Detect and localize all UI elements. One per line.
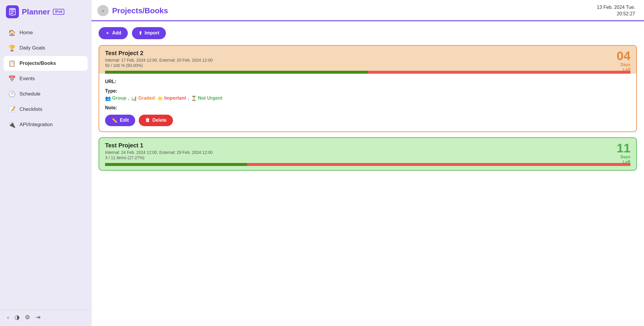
project-card-1: 11 DaysLeft Test Project 1 Internal: 24 …: [99, 137, 637, 171]
project-internal-date-1: Internal: 24 Feb. 2024 12:00: [105, 150, 157, 155]
url-field: URL:: [105, 79, 630, 84]
events-icon: 📅: [8, 75, 15, 82]
back-button[interactable]: ‹: [97, 5, 109, 16]
ipv6-badge: IPv6: [53, 9, 64, 15]
note-field: Note:: [105, 105, 630, 111]
edit-button[interactable]: ✏️ Edit: [105, 115, 135, 126]
api-icon: 🔌: [8, 121, 15, 128]
home-icon: 🏠: [8, 29, 15, 36]
progress-bar-fill-2: [105, 71, 368, 74]
project-external-date-1: External: 29 Feb. 2024 12:00: [159, 150, 213, 155]
comma-2: ,: [188, 96, 189, 101]
project-card-2: 04 DaysLeft Test Project 2 Internal: 17 …: [99, 45, 637, 132]
edit-icon: ✏️: [112, 118, 117, 123]
projects-icon: 📋: [8, 60, 15, 67]
group-label: Group: [112, 96, 126, 101]
sidebar-item-home[interactable]: 🏠 Home: [4, 25, 88, 40]
schedule-icon: 🕐: [8, 90, 15, 98]
card-actions: ✏️ Edit 🗑 Delete: [105, 115, 630, 126]
sidebar-item-events[interactable]: 📅 Events: [4, 71, 88, 86]
logo-area: Planner IPv6: [0, 5, 91, 25]
add-label: Add: [112, 30, 121, 36]
logout-icon[interactable]: ⇥: [35, 314, 40, 321]
progress-bar-container-1: [105, 163, 630, 166]
days-number-1: 11: [617, 142, 630, 154]
sidebar-item-schedule[interactable]: 🕐 Schedule: [4, 87, 88, 101]
delete-icon: 🗑: [145, 118, 150, 123]
contrast-icon[interactable]: ◑: [14, 314, 19, 321]
project-dates-2: Internal: 17 Feb. 2024 12:00, External: …: [105, 58, 630, 62]
sidebar-item-checklists-label: Checklists: [19, 106, 42, 112]
delete-label: Delete: [152, 118, 166, 123]
app-name: Planner: [22, 7, 50, 17]
collapse-icon[interactable]: ‹: [7, 314, 9, 321]
comma-1: ,: [128, 96, 129, 101]
sidebar-item-daily-goals-label: Daily Goals: [19, 45, 45, 51]
tag-not-urgent: ⏳ Not Urgent: [191, 96, 223, 101]
progress-bar-container-2: [105, 71, 630, 74]
delete-button[interactable]: 🗑 Delete: [139, 115, 173, 126]
not-urgent-icon: ⏳: [191, 96, 197, 101]
import-icon: ⬆: [138, 30, 142, 36]
group-icon: 👥: [105, 96, 111, 101]
tag-important: ⭐ Important: [157, 96, 186, 101]
page-title: Projects/Books: [112, 6, 168, 15]
days-number-2: 04: [617, 50, 630, 62]
progress-bar-fill-1: [105, 163, 247, 166]
url-label: URL:: [105, 79, 116, 84]
project-card-1-header: 11 DaysLeft Test Project 1 Internal: 24 …: [99, 138, 636, 170]
project-title-2: Test Project 2: [105, 50, 630, 57]
sidebar-item-events-label: Events: [19, 76, 35, 82]
nav-menu: 🏠 Home 🏆 Daily Goals 📋 Projects/Books 📅 …: [0, 25, 91, 307]
import-button[interactable]: ⬆ Import: [132, 27, 166, 39]
tag-graded: 📊 Graded: [131, 96, 155, 101]
sidebar-item-schedule-label: Schedule: [19, 91, 40, 97]
sidebar-item-checklists[interactable]: 📝 Checklists: [4, 102, 88, 117]
project-title-1: Test Project 1: [105, 142, 630, 149]
project-card-2-body: URL: Type: 👥 Group , 📊 Graded: [99, 74, 636, 131]
note-label: Note:: [105, 105, 117, 110]
toolbar: ＋ Add ⬆ Import: [99, 27, 637, 39]
add-button[interactable]: ＋ Add: [99, 27, 128, 39]
sidebar-item-home-label: Home: [19, 30, 33, 36]
important-icon: ⭐: [157, 96, 163, 101]
graded-label: Graded: [138, 96, 155, 101]
settings-icon[interactable]: ⚙: [25, 314, 30, 321]
type-field: Type: 👥 Group , 📊 Graded ⭐: [105, 88, 630, 101]
type-tags: 👥 Group , 📊 Graded ⭐ Important: [105, 96, 630, 101]
import-label: Import: [145, 30, 159, 36]
header-datetime: 13 Feb. 2024 Tue. 20:52:27: [597, 4, 635, 17]
sidebar-item-projects-books-label: Projects/Books: [19, 60, 56, 66]
type-label: Type:: [105, 88, 117, 93]
project-card-2-days-left: 04 DaysLeft: [617, 50, 630, 72]
logo-icon: [6, 5, 19, 18]
page-header: ‹ Projects/Books 13 Feb. 2024 Tue. 20:52…: [91, 0, 644, 21]
checklists-icon: 📝: [8, 106, 15, 113]
trophy-icon: 🏆: [8, 45, 15, 52]
graded-icon: 📊: [131, 96, 137, 101]
add-icon: ＋: [105, 30, 110, 36]
sidebar: Planner IPv6 🏠 Home 🏆 Daily Goals 📋 Proj…: [0, 0, 91, 326]
edit-label: Edit: [120, 118, 129, 123]
project-progress-text-2: 50 / 100 % (50.00%): [105, 63, 630, 68]
header-time: 20:52:27: [597, 11, 635, 17]
project-internal-date-2: Internal: 17 Feb. 2024 12:00: [105, 58, 157, 62]
header-date: 13 Feb. 2024 Tue.: [597, 4, 635, 11]
project-card-2-header: 04 DaysLeft Test Project 2 Internal: 17 …: [99, 46, 636, 74]
project-card-1-days-left: 11 DaysLeft: [617, 142, 630, 164]
important-label: Important: [164, 96, 186, 101]
sidebar-bottom: ‹ ◑ ⚙ ⇥: [0, 310, 91, 321]
project-dates-1: Internal: 24 Feb. 2024 12:00, External: …: [105, 150, 630, 155]
sidebar-item-api-label: API/Integration: [19, 122, 53, 128]
sidebar-item-api[interactable]: 🔌 API/Integration: [4, 117, 88, 132]
project-progress-text-1: 3 / 11 items (27.27%): [105, 155, 630, 160]
content-area: ＋ Add ⬆ Import 04 DaysLeft Test Project …: [91, 21, 644, 326]
tag-group: 👥 Group: [105, 96, 126, 101]
sidebar-item-projects-books[interactable]: 📋 Projects/Books: [4, 56, 88, 71]
not-urgent-label: Not Urgent: [198, 96, 223, 101]
project-external-date-2: External: 20 Feb. 2024 12:00: [159, 58, 213, 62]
sidebar-item-daily-goals[interactable]: 🏆 Daily Goals: [4, 41, 88, 55]
header-left: ‹ Projects/Books: [97, 5, 168, 16]
main-content: ‹ Projects/Books 13 Feb. 2024 Tue. 20:52…: [91, 0, 644, 326]
